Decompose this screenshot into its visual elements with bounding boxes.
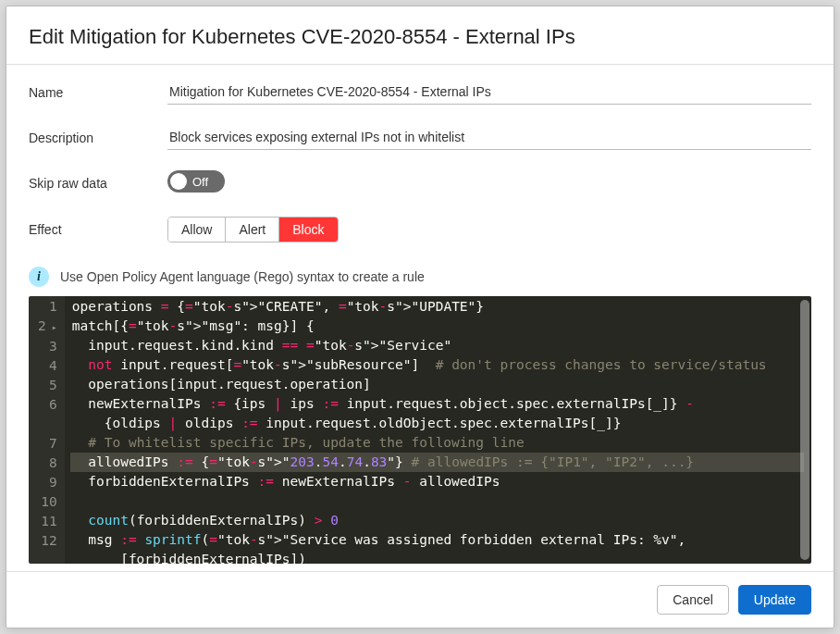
editor-code[interactable]: operations = {="tok-s">"CREATE", ="tok-s… bbox=[65, 296, 811, 564]
scrollbar-vertical[interactable] bbox=[800, 300, 809, 560]
modal-body: Name Description Skip raw data Off Effec… bbox=[6, 65, 834, 571]
toggle-knob bbox=[170, 173, 187, 190]
code-editor-wrap: 12 ▸3456 789101112 operations = {="tok-s… bbox=[29, 296, 811, 564]
label-effect: Effect bbox=[29, 222, 167, 237]
editor-gutter: 12 ▸3456 789101112 bbox=[29, 296, 65, 564]
effect-segmented: Allow Alert Block bbox=[167, 217, 339, 242]
row-skip-raw: Skip raw data Off bbox=[29, 170, 811, 196]
edit-mitigation-modal: Edit Mitigation for Kubernetes CVE-2020-… bbox=[6, 6, 834, 628]
info-row: i Use Open Policy Agent language (Rego) … bbox=[29, 267, 811, 287]
description-field[interactable] bbox=[167, 125, 811, 150]
row-name: Name bbox=[29, 80, 811, 105]
label-name: Name bbox=[29, 85, 167, 100]
effect-alert-button[interactable]: Alert bbox=[226, 218, 279, 242]
row-description: Description bbox=[29, 125, 811, 150]
info-icon: i bbox=[29, 267, 49, 287]
toggle-state-label: Off bbox=[192, 175, 208, 189]
effect-block-button[interactable]: Block bbox=[279, 218, 337, 242]
name-field[interactable] bbox=[167, 80, 811, 105]
row-effect: Effect Allow Alert Block bbox=[29, 217, 811, 242]
update-button[interactable]: Update bbox=[738, 585, 811, 615]
code-editor[interactable]: 12 ▸3456 789101112 operations = {="tok-s… bbox=[29, 296, 811, 564]
effect-allow-button[interactable]: Allow bbox=[168, 218, 226, 242]
page-title: Edit Mitigation for Kubernetes CVE-2020-… bbox=[29, 25, 811, 49]
label-skip-raw: Skip raw data bbox=[29, 176, 167, 191]
info-text: Use Open Policy Agent language (Rego) sy… bbox=[60, 269, 425, 284]
modal-header: Edit Mitigation for Kubernetes CVE-2020-… bbox=[6, 6, 834, 65]
skip-raw-toggle[interactable]: Off bbox=[167, 170, 225, 193]
cancel-button[interactable]: Cancel bbox=[657, 585, 729, 615]
modal-footer: Cancel Update bbox=[6, 571, 834, 628]
label-description: Description bbox=[29, 131, 167, 145]
